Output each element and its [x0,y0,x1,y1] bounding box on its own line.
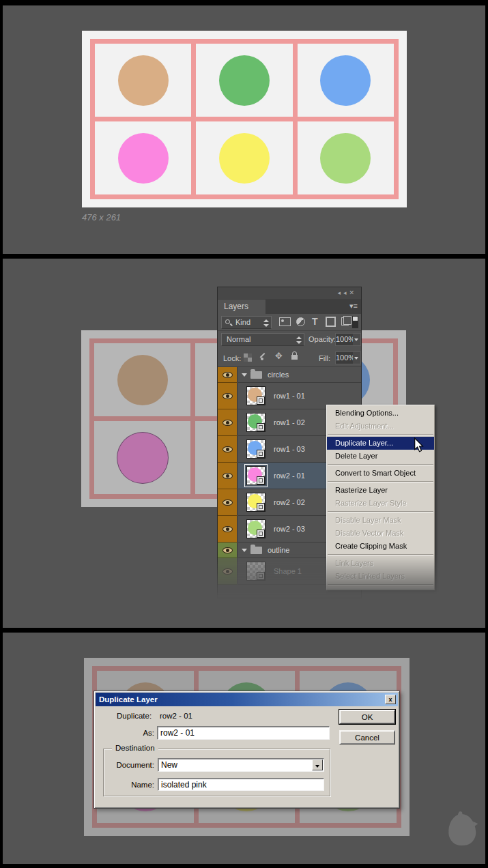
tab-layers[interactable]: Layers [218,300,265,314]
menu-item-convert-smart-object[interactable]: Convert to Smart Object [327,467,434,480]
blend-mode-row: Normal Opacity: 100% [218,331,361,349]
updown-arrows-icon [263,319,268,327]
expander-triangle-icon[interactable] [242,549,247,552]
close-icon[interactable]: ✕ [349,289,357,296]
filter-smart-objects-icon[interactable] [341,317,349,326]
eye-icon[interactable] [223,500,233,506]
layer-thumbnail[interactable] [246,493,265,512]
visibility-cell[interactable] [218,516,238,542]
opacity-value[interactable]: 100% [335,333,354,346]
lock-row: Lock: ✥ Fill: 100% [218,349,361,367]
ok-button[interactable]: OK [339,710,395,724]
menu-item-disable-vector-mask: Disable Vector Mask [327,527,434,540]
fill-dropdown-arrow[interactable] [353,351,361,364]
visibility-cell[interactable] [218,383,238,409]
dropdown-arrow-icon[interactable] [312,760,323,770]
group-row-circles[interactable]: circles [218,367,361,383]
layer-thumbnail[interactable] [246,413,265,432]
grid-cell [94,421,190,494]
grid-cell [298,121,394,194]
eye-icon[interactable] [223,568,233,575]
search-icon [225,319,230,324]
vector-mask-badge-icon [257,423,265,431]
menu-item-select-linked-layers: Select Linked Layers [327,570,434,583]
lock-transparency-icon[interactable] [244,353,252,362]
visibility-cell[interactable] [218,542,238,558]
updown-arrows-icon [296,336,301,344]
menu-item-link-layers: Link Layers [327,557,434,570]
visibility-cell[interactable] [218,409,238,436]
blend-mode-dropdown[interactable]: Normal [221,333,304,346]
circle-pink [118,133,169,184]
name-input[interactable] [158,778,324,791]
layer-label: row1 - 02 [274,418,305,426]
dialog-title-bar[interactable]: Duplicate Layer x [96,693,398,706]
collapse-icon[interactable]: ◂◂ [337,289,349,296]
grid-cell [196,121,292,194]
layer-thumbnail[interactable] [246,386,265,405]
menu-item-create-clipping-mask[interactable]: Create Clipping Mask [327,540,434,553]
duplicate-layer-dialog: Duplicate Layer x Duplicate: row2 - 01 A… [94,691,400,809]
circle-lightgreen [320,133,371,184]
cancel-button[interactable]: Cancel [339,730,395,744]
expander-triangle-icon[interactable] [242,373,247,377]
menu-separator [328,464,433,465]
layer-label: row2 - 02 [274,498,305,506]
menu-separator [328,481,433,482]
group-label: outline [268,546,289,554]
lock-pixels-icon[interactable] [260,353,269,362]
visibility-cell[interactable] [218,463,238,489]
menu-item-disable-layer-mask: Disable Layer Mask [327,514,434,527]
canvas-size-caption: 476 x 261 [82,212,121,222]
eye-icon[interactable] [223,526,233,532]
menu-item-rasterize-layer[interactable]: Rasterize Layer [327,484,434,497]
dialog-close-icon[interactable]: x [385,695,396,704]
eye-icon[interactable] [223,393,233,399]
eye-icon[interactable] [223,446,233,452]
filter-shape-layers-icon[interactable] [326,317,335,326]
panel-original-canvas: 476 x 261 [3,5,485,254]
document-select[interactable]: New [158,758,324,772]
fill-value[interactable]: 100% [335,351,354,364]
layer-thumbnail[interactable] [246,466,265,485]
layer-label: row1 - 03 [274,445,305,453]
menu-item-blending-options[interactable]: Blending Options... [327,407,434,420]
visibility-cell[interactable] [218,436,238,463]
filter-toggle-icon[interactable] [352,316,358,328]
grid-cell [298,44,394,117]
filter-adjustment-layers-icon[interactable] [296,317,305,326]
fill-label: Fill: [319,354,330,362]
filter-type-layers-icon[interactable]: T [312,316,318,327]
opacity-label: Opacity: [308,335,336,343]
circle-yellow [219,133,270,184]
eye-icon[interactable] [223,473,233,479]
menu-separator [328,434,433,435]
eye-icon[interactable] [223,372,233,378]
layer-thumbnail[interactable] [246,562,265,581]
name-label: Name: [121,781,154,789]
layer-thumbnail[interactable] [246,439,265,459]
panel-tab-strip: Layers ▾≡ [218,300,361,314]
destination-groupbox: Destination Document: New Name: [103,749,330,796]
folder-icon [250,547,262,554]
eye-icon[interactable] [223,420,233,426]
lock-all-icon[interactable] [291,355,298,360]
grid-cell [196,44,292,117]
eye-icon[interactable] [223,547,233,553]
as-input[interactable] [157,726,330,740]
filter-pixel-layers-icon[interactable] [279,317,291,326]
collapse-and-close-icons[interactable]: ◂◂✕ [337,289,357,296]
layer-thumbnail[interactable] [246,519,265,538]
visibility-cell[interactable] [218,489,238,516]
lock-position-icon[interactable]: ✥ [275,351,283,360]
panel-menu-icon[interactable]: ▾≡ [349,302,358,310]
visibility-cell[interactable] [218,367,238,383]
circle-tan [117,355,168,405]
grid-cell [94,343,190,416]
panel-window-bar[interactable]: ◂◂✕ [218,287,361,300]
opacity-dropdown-arrow[interactable] [353,333,361,346]
layers-panel-fade-region: ◂◂✕ Layers ▾≡ Kind T [217,287,446,609]
visibility-cell[interactable] [218,558,238,585]
blend-mode-value: Normal [227,335,250,343]
filter-kind-dropdown[interactable]: Kind [221,316,272,329]
